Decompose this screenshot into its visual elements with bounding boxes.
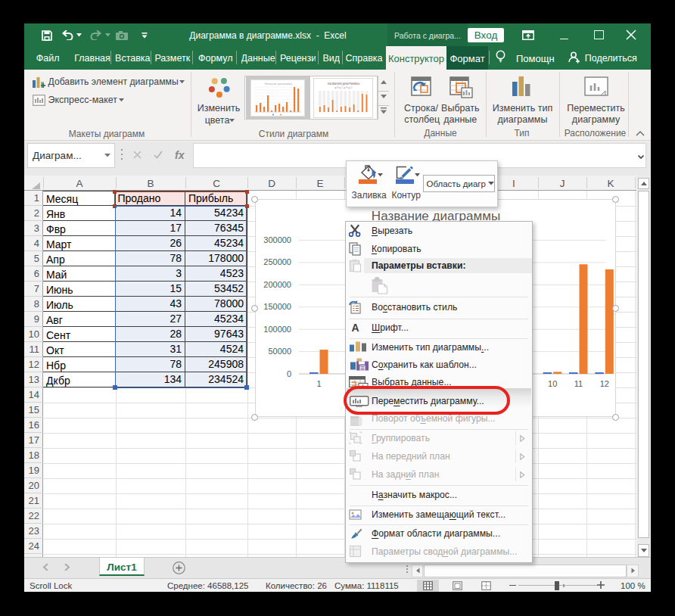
- svg-text:1: 1: [316, 379, 321, 388]
- svg-text:Название диаграммы: Название диаграммы: [265, 82, 292, 86]
- svg-text:■ Ряд 1 ■ Ряд 2: ■ Ряд 1 ■ Ряд 2: [334, 86, 352, 89]
- svg-text:300000: 300000: [263, 235, 291, 244]
- svg-text:12: 12: [599, 379, 608, 388]
- svg-text:150000: 150000: [263, 302, 291, 311]
- svg-text:10: 10: [548, 379, 557, 388]
- svg-text:200000: 200000: [263, 280, 291, 289]
- svg-text:11: 11: [574, 379, 582, 388]
- svg-text:НАЗВАНИЕ ДИАГРАММЫ: НАЗВАНИЕ ДИАГРАММЫ: [328, 82, 360, 86]
- svg-text:50000: 50000: [268, 347, 291, 356]
- svg-text:А: А: [351, 322, 359, 334]
- svg-text:100000: 100000: [263, 325, 291, 334]
- svg-text:0: 0: [286, 369, 291, 378]
- svg-text:250000: 250000: [263, 257, 291, 266]
